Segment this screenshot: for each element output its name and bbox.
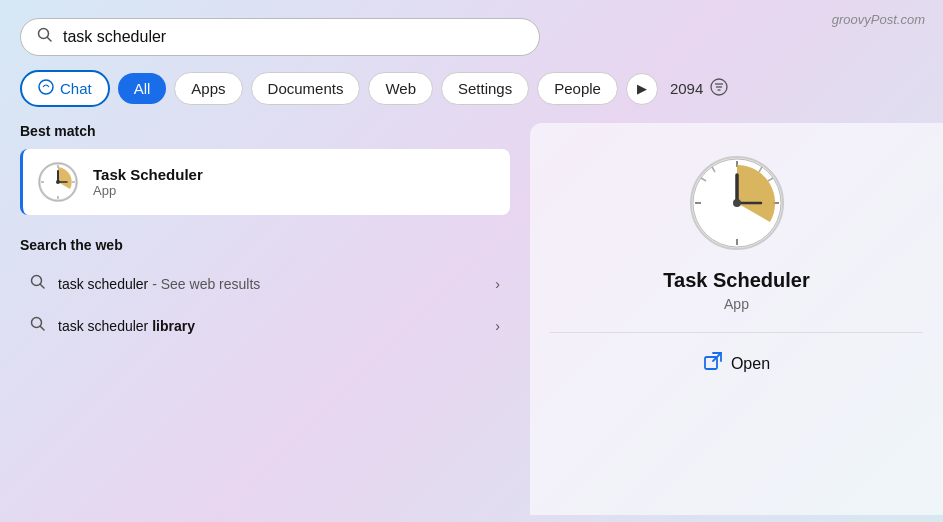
result-subtitle: App bbox=[93, 183, 203, 198]
task-scheduler-icon-small bbox=[37, 161, 79, 203]
web-result-1-text: task scheduler - See web results bbox=[58, 276, 483, 292]
tab-web-label: Web bbox=[385, 80, 416, 97]
play-icon: ▶ bbox=[637, 81, 647, 96]
task-scheduler-icon-large bbox=[687, 153, 787, 253]
web-search-icon-1 bbox=[30, 274, 46, 294]
tab-documents-label: Documents bbox=[268, 80, 344, 97]
tab-settings[interactable]: Settings bbox=[441, 72, 529, 105]
svg-line-17 bbox=[41, 285, 45, 289]
tab-chat[interactable]: Chat bbox=[20, 70, 110, 107]
search-input[interactable] bbox=[63, 28, 523, 46]
result-count-number: 2094 bbox=[670, 80, 703, 97]
tab-settings-label: Settings bbox=[458, 80, 512, 97]
web-search-icon-2 bbox=[30, 316, 46, 336]
web-result-2-text: task scheduler library bbox=[58, 318, 483, 334]
tab-apps[interactable]: Apps bbox=[174, 72, 242, 105]
detail-app-name: Task Scheduler bbox=[663, 269, 809, 292]
svg-line-19 bbox=[41, 327, 45, 331]
tab-chat-label: Chat bbox=[60, 80, 92, 97]
best-match-result[interactable]: Task Scheduler App bbox=[20, 149, 510, 215]
search-icon bbox=[37, 27, 53, 47]
best-match-title: Best match bbox=[20, 123, 510, 139]
svg-point-2 bbox=[39, 80, 53, 94]
filter-icon bbox=[709, 78, 729, 99]
left-panel: Best match bbox=[0, 123, 530, 515]
chevron-right-icon-2: › bbox=[495, 318, 500, 334]
web-search-title: Search the web bbox=[20, 237, 510, 253]
web-result-1[interactable]: task scheduler - See web results › bbox=[20, 263, 510, 305]
tab-web[interactable]: Web bbox=[368, 72, 433, 105]
open-external-icon bbox=[703, 351, 723, 376]
tab-people-label: People bbox=[554, 80, 601, 97]
result-title: Task Scheduler bbox=[93, 166, 203, 183]
result-count: 2094 bbox=[670, 78, 729, 99]
more-tabs-button[interactable]: ▶ bbox=[626, 73, 658, 105]
result-text: Task Scheduler App bbox=[93, 166, 203, 198]
svg-line-1 bbox=[48, 38, 52, 42]
tab-all-label: All bbox=[134, 80, 151, 97]
chevron-right-icon-1: › bbox=[495, 276, 500, 292]
detail-app-type: App bbox=[724, 296, 749, 312]
svg-point-15 bbox=[56, 180, 60, 184]
web-section: Search the web task scheduler - See web … bbox=[20, 237, 510, 347]
main-content: Best match bbox=[0, 123, 943, 515]
web-result-2[interactable]: task scheduler library › bbox=[20, 305, 510, 347]
open-button[interactable]: Open bbox=[703, 351, 770, 376]
open-label: Open bbox=[731, 355, 770, 373]
tab-all[interactable]: All bbox=[118, 73, 167, 104]
svg-point-32 bbox=[733, 199, 741, 207]
watermark-text: groovyPost.com bbox=[832, 12, 925, 27]
tab-documents[interactable]: Documents bbox=[251, 72, 361, 105]
search-box bbox=[20, 18, 540, 56]
right-panel: Task Scheduler App Open bbox=[530, 123, 943, 515]
search-container bbox=[0, 0, 943, 56]
tab-people[interactable]: People bbox=[537, 72, 618, 105]
cortana-icon bbox=[38, 79, 54, 98]
tab-apps-label: Apps bbox=[191, 80, 225, 97]
tabs-row: Chat All Apps Documents Web Settings Peo… bbox=[0, 56, 943, 107]
detail-divider bbox=[550, 332, 923, 333]
